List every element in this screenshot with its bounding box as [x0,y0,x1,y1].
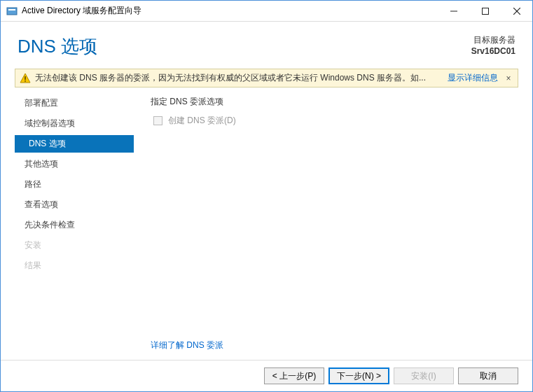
create-dns-delegation-checkbox[interactable] [153,116,162,125]
window-controls [438,1,532,21]
nav-item-dc-options[interactable]: 域控制器选项 [15,115,134,132]
window-title: Active Directory 域服务配置向导 [22,5,438,17]
svg-rect-7 [25,76,26,80]
app-icon [6,6,18,17]
maximize-button[interactable] [469,1,501,21]
svg-rect-8 [25,80,26,82]
create-dns-delegation-label: 创建 DNS 委派(D) [168,115,236,127]
nav-item-additional-options[interactable]: 其他选项 [15,155,134,173]
previous-button[interactable]: < 上一步(P) [264,368,324,384]
svg-rect-1 [8,9,15,10]
svg-rect-0 [7,8,17,15]
footer: < 上一步(P) 下一步(N) > 安装(I) 取消 [1,360,532,391]
wizard-window: Active Directory 域服务配置向导 DNS 选项 目标服务器 Sr… [0,0,533,392]
minimize-button[interactable] [438,1,469,21]
close-button[interactable] [501,1,532,21]
nav-item-paths[interactable]: 路径 [15,176,134,193]
target-server-block: 目标服务器 Srv16DC01 [471,34,515,56]
cancel-button[interactable]: 取消 [458,368,518,384]
header: DNS 选项 目标服务器 Srv16DC01 [1,22,532,69]
warning-message: 无法创建该 DNS 服务器的委派，因为无法找到有权威的父区域或者它未运行 Win… [35,72,442,84]
svg-rect-3 [482,8,488,14]
body: 部署配置 域控制器选项 DNS 选项 其他选项 路径 查看选项 先决条件检查 安… [1,93,532,360]
nav-item-prereq-check[interactable]: 先决条件检查 [15,216,134,234]
nav-item-results: 结果 [15,257,134,274]
warning-bar: 无法创建该 DNS 服务器的委派，因为无法找到有权威的父区域或者它未运行 Win… [15,69,518,88]
nav-sidebar: 部署配置 域控制器选项 DNS 选项 其他选项 路径 查看选项 先决条件检查 安… [15,93,134,360]
titlebar: Active Directory 域服务配置向导 [1,1,532,22]
nav-item-dns-options[interactable]: DNS 选项 [15,135,134,153]
page-title: DNS 选项 [18,34,471,59]
create-dns-delegation-row: 创建 DNS 委派(D) [151,115,511,127]
next-button[interactable]: 下一步(N) > [328,368,389,384]
target-server-name: Srv16DC01 [471,46,515,56]
nav-item-review-options[interactable]: 查看选项 [15,196,134,214]
section-label: 指定 DNS 委派选项 [151,96,511,108]
target-label: 目标服务器 [471,34,515,46]
warning-icon [20,73,31,84]
content-pane: 指定 DNS 委派选项 创建 DNS 委派(D) 详细了解 DNS 委派 [134,93,518,360]
nav-item-install: 安装 [15,237,134,254]
close-warning-button[interactable]: × [504,74,513,83]
show-more-link[interactable]: 显示详细信息 [448,72,498,84]
nav-item-deployment-config[interactable]: 部署配置 [15,94,134,112]
install-button: 安装(I) [394,368,454,384]
learn-more-link[interactable]: 详细了解 DNS 委派 [151,340,511,351]
